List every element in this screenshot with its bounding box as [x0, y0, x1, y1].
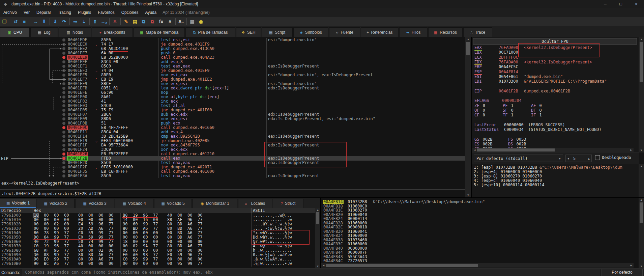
- chevron-up-icon[interactable]: ▲: [588, 155, 590, 162]
- hex-byte[interactable]: BC: [44, 261, 49, 266]
- stack-row[interactable]: 00A4F848555C3A43: [321, 255, 639, 259]
- stack-row[interactable]: 00A4F8440000007F: [321, 250, 639, 255]
- hex-byte[interactable]: 90: [34, 261, 38, 266]
- hex-byte[interactable]: 00: [133, 261, 138, 266]
- tab-breakpoints[interactable]: ●Breakpoints: [92, 27, 133, 37]
- stack-address[interactable]: 00A4F834: [323, 233, 343, 238]
- arg-count-stepper[interactable]: ▼ 5 ▲: [565, 155, 592, 162]
- patch-icon[interactable]: ✎: [122, 18, 130, 25]
- fx-icon[interactable]: fx: [157, 18, 166, 25]
- stack-address[interactable]: 00A4F81C: [323, 208, 343, 213]
- minimize-button[interactable]: ─: [597, 0, 613, 8]
- call-arg-line[interactable]: 4: [esp+c] 01060040 01060040: [474, 178, 638, 183]
- stack-address[interactable]: 00A4F84C: [323, 259, 343, 263]
- stack-row[interactable]: 00A4F83C01060000: [321, 242, 639, 246]
- step-into-icon[interactable]: ⇓: [51, 18, 60, 25]
- stack-row[interactable]: 00A4F81C01060270: [321, 208, 639, 213]
- address-cell[interactable]: 00401F3A: [68, 174, 87, 178]
- stop-icon[interactable]: ■: [20, 18, 29, 25]
- hex-byte[interactable]: 00: [78, 261, 83, 266]
- stack-row[interactable]: 00A4F82400000114: [321, 217, 639, 221]
- tab-símbolos[interactable]: ◈Símbolos: [293, 27, 328, 37]
- hex-row[interactable]: 779610B090BCA677000000000000000000959977…: [0, 261, 315, 266]
- stack-pane[interactable]: ◀ ▶ 00A4F814010732B8&"C:\\Users\\Malware…: [320, 198, 639, 269]
- calling-convention-select[interactable]: Por defecto (stdcall)▼: [474, 155, 563, 162]
- menu-item-opciones[interactable]: Opciones: [118, 8, 142, 17]
- maximize-button[interactable]: ☐: [613, 0, 628, 8]
- hex-byte[interactable]: 00: [143, 261, 148, 266]
- step-over-icon[interactable]: ↷: [60, 18, 68, 25]
- hints-icon[interactable]: ◉: [197, 18, 205, 25]
- tab-recursos[interactable]: ▦Recursos: [428, 27, 463, 37]
- disasm-row[interactable]: 00401F3A85C0test eax,eaxeax:IsDebuggerPr…: [0, 174, 465, 178]
- label-blue-icon[interactable]: ⧉: [139, 18, 148, 25]
- hex-byte[interactable]: A6: [54, 261, 59, 266]
- tab-monitorizar-1[interactable]: ◉Monitorizar 1: [193, 199, 237, 208]
- hex-byte[interactable]: 77: [64, 261, 69, 266]
- checkbox-icon[interactable]: [595, 155, 600, 160]
- stack-vscrollbar[interactable]: ▲▼: [639, 198, 644, 269]
- stack-hscrollbar[interactable]: ◀ ▶: [321, 263, 634, 268]
- call-arg-line[interactable]: 5: [esp+10] 00000114 00000114: [474, 183, 638, 187]
- stack-address[interactable]: 00A4F844: [323, 250, 343, 255]
- tab-volcado-5[interactable]: ▦Volcado 5: [154, 199, 192, 208]
- registers-pane[interactable]: Ocultar FPU EAX76FADA00<kernel32.IsDebug…: [471, 37, 639, 197]
- tab-struct[interactable]: ?Struct: [273, 199, 303, 208]
- registers-vscrollbar[interactable]: ▲▼: [639, 37, 644, 153]
- hex-byte[interactable]: 77: [198, 261, 202, 266]
- tab-seh[interactable]: ❖SEH: [236, 27, 261, 37]
- disasm-vscrollbar[interactable]: ▲▼: [465, 37, 471, 197]
- stack-row[interactable]: 00A4F84000000000: [321, 246, 639, 251]
- hash-icon[interactable]: #: [166, 18, 174, 25]
- hexdump-vscrollbar[interactable]: ▲▼: [315, 208, 320, 269]
- stack-row[interactable]: 00A4F84C73726573: [321, 259, 639, 263]
- stack-address[interactable]: 00A4F82C: [323, 225, 343, 229]
- stack-address[interactable]: 00A4F824: [323, 217, 343, 221]
- tab-volcado-2[interactable]: ▦Volcado 2: [37, 199, 75, 208]
- registers-hscrollbar[interactable]: ◀ ▶: [472, 148, 634, 152]
- menu-item-plugins[interactable]: Plugins: [75, 8, 94, 17]
- command-input[interactable]: Comandos separados con coma (como instru…: [23, 269, 600, 276]
- tab-trace[interactable]: ∴Trace: [463, 27, 492, 37]
- hex-byte[interactable]: 95: [177, 261, 182, 266]
- command-mode-select[interactable]: Por defecto: [602, 269, 643, 276]
- tab-locales[interactable]: x=Locales: [238, 199, 272, 208]
- call-arg-line[interactable]: 2: [esp+4] 010600C0 010600C0: [474, 170, 638, 174]
- hex-byte[interactable]: 00: [167, 261, 172, 266]
- assemble-icon[interactable]: A₂: [177, 18, 185, 25]
- stack-address[interactable]: 00A4F83C: [323, 242, 343, 246]
- step-out-icon[interactable]: ⇑: [91, 18, 99, 25]
- tab-pila-de-llamadas[interactable]: ⧉Pila de llamadas: [185, 27, 235, 37]
- menu-item-ver[interactable]: Ver: [20, 8, 33, 17]
- call-arg-line[interactable]: 3: [esp+8] 01060270 01060270: [474, 174, 638, 178]
- menu-item-tracing[interactable]: Tracing: [54, 8, 75, 17]
- tab-volcado-3[interactable]: ▦Volcado 3: [75, 199, 114, 208]
- close-button[interactable]: ✕: [628, 0, 644, 8]
- hex-byte[interactable]: 00: [98, 261, 103, 266]
- step-down-icon[interactable]: ⇣: [80, 18, 88, 25]
- call-arg-line[interactable]: 1: [esp] 010732B8 010732B8 &"C:\\Users\\…: [474, 165, 638, 170]
- chevron-down-icon[interactable]: ▼: [567, 155, 569, 162]
- skip-icon[interactable]: S: [111, 18, 119, 25]
- menu-item-ayuda[interactable]: Ayuda: [142, 8, 160, 17]
- tab-referencias[interactable]: ⌖Referencias: [361, 27, 399, 37]
- hex-byte[interactable]: 99: [187, 261, 192, 266]
- stack-row[interactable]: 00A4F82801060000: [321, 221, 639, 225]
- run-icon[interactable]: →: [31, 18, 40, 25]
- stack-row[interactable]: 00A4F83401060000: [321, 233, 639, 238]
- run-to-user-code-icon[interactable]: →ₓ: [99, 18, 108, 25]
- run-until-icon[interactable]: ⇒: [71, 18, 80, 25]
- stack-address[interactable]: 00A4F814: [323, 200, 344, 204]
- hex-byte[interactable]: 00: [153, 261, 158, 266]
- stack-row[interactable]: 00A4F818010600C0: [321, 204, 639, 209]
- open-file-icon[interactable]: ❐: [0, 18, 9, 25]
- tab-volcado-4[interactable]: ▦Volcado 4: [115, 199, 153, 208]
- stack-row[interactable]: 00A4F83801073460: [321, 238, 639, 242]
- menu-item-depurar[interactable]: Depurar: [33, 8, 54, 17]
- tab-volcado-1[interactable]: ▦Volcado 1: [0, 199, 36, 208]
- comments-icon[interactable]: ▤: [130, 18, 139, 25]
- hex-byte[interactable]: 00: [123, 261, 127, 266]
- tab-script[interactable]: ▤Script: [262, 27, 293, 37]
- tab-hilos[interactable]: ↬Hilos: [399, 27, 428, 37]
- stack-row[interactable]: 00A4F82001060040: [321, 213, 639, 217]
